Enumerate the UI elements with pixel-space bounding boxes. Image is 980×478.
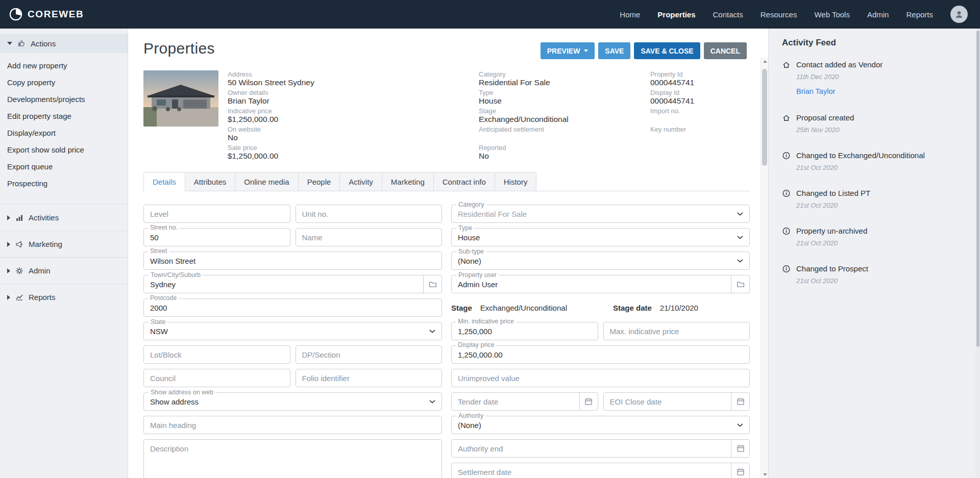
summary-label: Category bbox=[479, 70, 650, 78]
calendar-icon bbox=[584, 397, 593, 406]
eoi-date-calendar-button[interactable] bbox=[731, 393, 749, 410]
nav-item-contacts[interactable]: Contacts bbox=[713, 10, 743, 19]
scrollbar-thumb[interactable] bbox=[762, 69, 767, 166]
state-select[interactable]: State NSW bbox=[143, 322, 442, 340]
form-left-column: Street no. Street bbox=[143, 205, 442, 478]
feed-item: Contact added as Vendor 11th Dec 2020 Br… bbox=[782, 60, 962, 96]
council-field bbox=[143, 369, 290, 387]
save-close-button[interactable]: SAVE & CLOSE bbox=[634, 42, 700, 59]
sidebar-item-edit-property-stage[interactable]: Edit property stage bbox=[0, 108, 128, 124]
settlement-date-input[interactable] bbox=[452, 463, 731, 478]
scroll-down-arrow-icon[interactable] bbox=[761, 471, 769, 478]
nav-item-properties[interactable]: Properties bbox=[657, 10, 695, 19]
summary-value: Brian Taylor bbox=[228, 96, 479, 106]
summary-label: Display Id bbox=[650, 89, 750, 96]
tab-attributes[interactable]: Attributes bbox=[185, 172, 235, 191]
cancel-button[interactable]: CANCEL bbox=[704, 42, 747, 59]
authority-end-calendar-button[interactable] bbox=[731, 440, 749, 457]
folio-identifier-input[interactable] bbox=[296, 369, 443, 387]
eoi-close-date-input[interactable] bbox=[604, 393, 731, 410]
sub-type-select[interactable]: Sub-type (None) bbox=[451, 251, 750, 270]
page-scrollbar-thumb[interactable] bbox=[976, 31, 979, 347]
sidebar-item-export-show-sold-price[interactable]: Export show sold price bbox=[0, 141, 128, 158]
home-icon bbox=[782, 60, 791, 69]
max-indicative-price-input[interactable] bbox=[603, 322, 750, 340]
sidebar-section-marketing[interactable]: Marketing bbox=[0, 231, 128, 257]
nav-item-admin[interactable]: Admin bbox=[867, 10, 889, 19]
sidebar-section-activities[interactable]: Activities bbox=[0, 204, 128, 231]
tender-date-calendar-button[interactable] bbox=[579, 393, 598, 410]
scroll-up-arrow-icon[interactable] bbox=[761, 58, 769, 65]
show-address-select[interactable]: Show address on web Show address bbox=[143, 392, 442, 411]
chevron-down-icon bbox=[429, 400, 435, 404]
folder-icon bbox=[737, 280, 745, 288]
field-label: Sub-type bbox=[456, 248, 486, 256]
page-title: Properties bbox=[143, 40, 215, 57]
chevron-right-icon bbox=[7, 215, 10, 220]
left-sidebar: Actions Add new property Copy property D… bbox=[0, 29, 128, 478]
main-heading-field bbox=[143, 416, 442, 434]
app-window: COREWEB Home Properties Contacts Resourc… bbox=[0, 0, 980, 478]
sidebar-section-admin[interactable]: Admin bbox=[0, 257, 128, 284]
summary-label: Type bbox=[479, 89, 650, 96]
postcode-input[interactable] bbox=[143, 298, 442, 317]
level-input[interactable] bbox=[143, 205, 290, 223]
page-scrollbar[interactable] bbox=[975, 29, 980, 478]
main-scrollbar[interactable] bbox=[761, 58, 768, 478]
unit-no-input[interactable] bbox=[296, 205, 443, 223]
lot-block-input[interactable] bbox=[143, 345, 290, 364]
tab-online-media[interactable]: Online media bbox=[235, 172, 298, 191]
sidebar-item-add-new-property[interactable]: Add new property bbox=[0, 57, 128, 74]
nav-item-home[interactable]: Home bbox=[620, 10, 640, 19]
tab-history[interactable]: History bbox=[495, 172, 537, 191]
dp-section-input[interactable] bbox=[296, 345, 443, 364]
settlement-date-calendar-button[interactable] bbox=[731, 463, 749, 478]
type-select[interactable]: Type House bbox=[451, 228, 750, 246]
calendar-icon bbox=[737, 397, 745, 406]
min-indicative-price-field: Min. indicative price bbox=[451, 322, 598, 340]
summary-label: Indicative price bbox=[228, 107, 479, 115]
tab-activity[interactable]: Activity bbox=[339, 172, 382, 191]
authority-select[interactable]: Authority (None) bbox=[451, 416, 750, 434]
top-navbar: COREWEB Home Properties Contacts Resourc… bbox=[0, 0, 980, 29]
summary-value: No bbox=[228, 133, 479, 142]
category-select[interactable]: Category Residential For Sale bbox=[451, 205, 750, 223]
sidebar-item-display-export[interactable]: Display/export bbox=[0, 124, 128, 141]
tender-date-input[interactable] bbox=[452, 393, 579, 410]
summary-field: Display Id0000445741 bbox=[650, 89, 750, 106]
sidebar-item-export-queue[interactable]: Export queue bbox=[0, 158, 128, 175]
sidebar-item-prospecting[interactable]: Prospecting bbox=[0, 175, 128, 192]
tab-people[interactable]: People bbox=[298, 172, 340, 191]
summary-label: Import no. bbox=[650, 107, 750, 115]
info-icon bbox=[782, 151, 791, 160]
sidebar-item-developments-projects[interactable]: Developments/projects bbox=[0, 91, 128, 108]
home-icon bbox=[782, 113, 791, 122]
description-textarea[interactable] bbox=[143, 439, 442, 478]
info-icon bbox=[782, 227, 791, 235]
save-button[interactable]: SAVE bbox=[598, 42, 630, 59]
coreweb-logo-icon bbox=[9, 8, 22, 21]
feed-contact-link[interactable]: Brian Taylor bbox=[796, 87, 835, 95]
main-heading-input[interactable] bbox=[143, 416, 442, 434]
property-user-lookup-button[interactable] bbox=[731, 275, 749, 293]
nav-item-reports[interactable]: Reports bbox=[906, 10, 933, 19]
name-input[interactable] bbox=[296, 228, 443, 246]
brand[interactable]: COREWEB bbox=[9, 8, 84, 21]
nav-item-web-tools[interactable]: Web Tools bbox=[814, 10, 850, 19]
sidebar-section-reports[interactable]: Reports bbox=[0, 284, 128, 310]
unimproved-value-input[interactable] bbox=[451, 369, 750, 387]
preview-button[interactable]: PREVIEW bbox=[541, 42, 595, 59]
street-input[interactable] bbox=[143, 251, 442, 270]
tab-contract-info[interactable]: Contract info bbox=[433, 172, 495, 191]
user-avatar[interactable] bbox=[950, 6, 968, 23]
sidebar-item-copy-property[interactable]: Copy property bbox=[0, 74, 128, 91]
nav-item-resources[interactable]: Resources bbox=[761, 10, 797, 19]
authority-end-input[interactable] bbox=[452, 440, 731, 457]
chevron-right-icon bbox=[7, 268, 10, 273]
suburb-lookup-button[interactable] bbox=[423, 275, 442, 293]
tab-details[interactable]: Details bbox=[143, 172, 185, 191]
sidebar-section-actions[interactable]: Actions bbox=[0, 34, 128, 53]
tab-marketing[interactable]: Marketing bbox=[382, 172, 433, 191]
council-input[interactable] bbox=[143, 369, 290, 387]
summary-field: TypeHouse bbox=[479, 89, 650, 106]
